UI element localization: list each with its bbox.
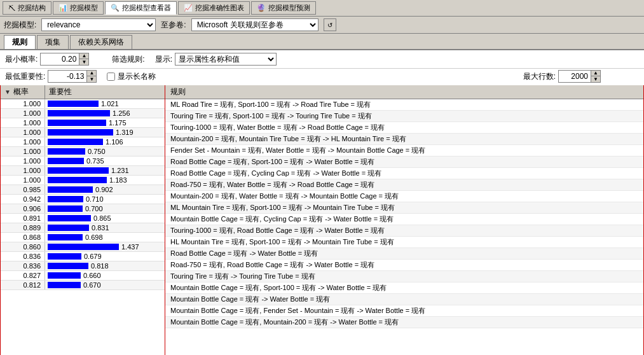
- left-panel: ▼ 概率 重要性 1.000 1.021 1.000 1.256 1.000 1…: [0, 85, 165, 355]
- table-row[interactable]: 1.000 1.256: [1, 109, 165, 118]
- min-prob-down[interactable]: ▼: [79, 59, 88, 65]
- table-row[interactable]: 1.000 1.231: [1, 166, 165, 176]
- table-row[interactable]: 1.000 0.735: [1, 157, 165, 166]
- table-row[interactable]: 0.942 0.710: [1, 195, 165, 204]
- table-row[interactable]: Road Bottle Cage = 现有, Sport-100 = 现有 ->…: [165, 157, 643, 168]
- imp-bar: [48, 225, 89, 231]
- min-import-down[interactable]: ▼: [87, 76, 96, 82]
- refresh-button[interactable]: ↺: [324, 18, 336, 31]
- toolbar-row: 挖掘模型: relevance 至参卷: Microsoft 关联规则至参卷 ↺: [0, 17, 644, 34]
- imp-val: 0.735: [86, 157, 104, 165]
- main-content: ▼ 概率 重要性 1.000 1.021 1.000 1.256 1.000 1…: [0, 85, 644, 355]
- table-row[interactable]: Road-750 = 现有, Road Bottle Cage = 现有 -> …: [165, 260, 643, 271]
- prob-cell: 1.000: [1, 109, 45, 118]
- table-row[interactable]: 1.000 1.175: [1, 118, 165, 128]
- sub-tab-network[interactable]: 依赖关系网络: [70, 35, 132, 49]
- tab-mining-model[interactable]: 📊 挖掘模型: [53, 1, 104, 15]
- table-row[interactable]: Mountain Bottle Cage = 现有, Fender Set - …: [165, 305, 643, 317]
- tab-accuracy-chart-label: 挖掘准确性图表: [195, 3, 244, 13]
- prediction-icon: 🔮: [257, 4, 266, 12]
- imp-val: 0.818: [91, 262, 109, 270]
- table-row[interactable]: Touring Tire = 现有 -> Touring Tire Tube =…: [165, 271, 643, 282]
- accuracy-chart-icon: 📈: [184, 4, 193, 12]
- imp-bar: [48, 186, 93, 193]
- sub-tabs-bar: 规则 项集 依赖关系网络: [0, 34, 644, 50]
- table-row[interactable]: 0.812 0.670: [1, 281, 165, 290]
- top-tabs-bar: ⛏ 挖掘结构 📊 挖掘模型 🔍 挖掘模型查看器 📈 挖掘准确性图表 🔮 挖掘模型…: [0, 0, 644, 17]
- display-select[interactable]: 显示属性名称和值 显示属性名称 显示值: [175, 53, 277, 66]
- table-row[interactable]: Mountain Bottle Cage = 现有 -> Water Bottl…: [165, 294, 643, 305]
- table-row[interactable]: 1.000 1.319: [1, 128, 165, 137]
- table-row[interactable]: Mountain Bottle Cage = 现有, Cycling Cap =…: [165, 214, 643, 225]
- table-row[interactable]: Road Bottle Cage = 现有, Cycling Cap = 现有 …: [165, 168, 643, 179]
- min-import-input[interactable]: [48, 71, 86, 81]
- table-row[interactable]: 0.860 1.437: [1, 242, 165, 252]
- min-import-up[interactable]: ▲: [87, 71, 96, 76]
- table-row[interactable]: Mountain-200 = 现有, Water Bottle = 现有 -> …: [165, 191, 643, 202]
- show-longname-label: 显示长名称: [118, 71, 156, 82]
- imp-cell: 0.660: [45, 271, 165, 280]
- col-imp-header[interactable]: 重要性: [45, 85, 165, 99]
- min-prob-input[interactable]: [41, 54, 79, 64]
- table-row[interactable]: 0.906 0.700: [1, 204, 165, 214]
- maxrow-down[interactable]: ▼: [591, 76, 600, 82]
- maxrow-spin-btns: ▲ ▼: [591, 71, 600, 82]
- table-row[interactable]: Touring-1000 = 现有, Road Bottle Cage = 现有…: [165, 225, 643, 237]
- min-import-spinbox: ▲ ▼: [48, 70, 97, 83]
- params-row-1: 最小概率: ▲ ▼ 筛选规则: 显示: 显示属性名称和值 显示属性名称 显示值: [0, 50, 644, 69]
- imp-cell: 1.319: [45, 128, 165, 137]
- imp-cell: 0.902: [45, 185, 165, 194]
- maxrow-input[interactable]: [559, 71, 591, 81]
- mining-model-select[interactable]: relevance: [41, 18, 156, 31]
- table-row[interactable]: 1.000 1.021: [1, 99, 165, 109]
- col-prob-header[interactable]: ▼ 概率: [1, 85, 45, 99]
- min-import-group: 最低重要性: ▲ ▼: [5, 70, 97, 83]
- table-row[interactable]: HL Mountain Tire = 现有, Sport-100 = 现有 ->…: [165, 237, 643, 248]
- maxrow-up[interactable]: ▲: [591, 71, 600, 76]
- table-row[interactable]: Mountain-200 = 现有, Mountain Tire Tube = …: [165, 134, 643, 145]
- mining-structure-icon: ⛏: [8, 4, 15, 12]
- min-prob-up[interactable]: ▲: [79, 53, 88, 59]
- imp-bar: [48, 120, 106, 126]
- imp-cell: 0.818: [45, 261, 165, 270]
- table-row[interactable]: Road Bottle Cage = 现有 -> Water Bottle = …: [165, 248, 643, 260]
- min-import-label: 最低重要性:: [5, 71, 45, 82]
- table-row[interactable]: 1.000 1.106: [1, 137, 165, 147]
- imp-cell: 1.106: [45, 137, 165, 146]
- table-row[interactable]: 0.985 0.902: [1, 185, 165, 195]
- table-row[interactable]: 0.891 0.865: [1, 214, 165, 223]
- table-row[interactable]: 1.000 0.750: [1, 147, 165, 157]
- table-row[interactable]: Mountain Bottle Cage = 现有, Sport-100 = 现…: [165, 282, 643, 294]
- sub-tab-rules[interactable]: 规则: [4, 35, 36, 49]
- table-row[interactable]: 0.868 0.698: [1, 233, 165, 242]
- imp-cell: 0.700: [45, 204, 165, 213]
- min-prob-label: 最小概率:: [5, 54, 38, 65]
- tab-mining-structure[interactable]: ⛏ 挖掘结构: [3, 1, 51, 15]
- show-longname-checkbox[interactable]: [107, 73, 115, 81]
- table-row[interactable]: Road-750 = 现有, Water Bottle = 现有 -> Road…: [165, 179, 643, 191]
- imp-bar: [48, 272, 81, 279]
- table-row[interactable]: Mountain Bottle Cage = 现有, Mountain-200 …: [165, 317, 643, 328]
- table-row[interactable]: ML Road Tire = 现有, Sport-100 = 现有 -> Roa…: [165, 99, 643, 111]
- tab-mining-viewer[interactable]: 🔍 挖掘模型查看器: [105, 1, 177, 15]
- sub-tab-itemsets[interactable]: 项集: [37, 35, 69, 49]
- scorer-select[interactable]: Microsoft 关联规则至参卷: [191, 18, 319, 31]
- table-row[interactable]: 1.000 1.183: [1, 176, 165, 185]
- tab-accuracy-chart[interactable]: 📈 挖掘准确性图表: [178, 1, 250, 15]
- table-row[interactable]: 0.836 0.818: [1, 261, 165, 271]
- table-row[interactable]: Fender Set - Mountain = 现有, Water Bottle…: [165, 145, 643, 157]
- table-row[interactable]: 0.827 0.660: [1, 271, 165, 281]
- table-row[interactable]: ML Mountain Tire = 现有, Sport-100 = 现有 ->…: [165, 202, 643, 214]
- imp-val: 1.175: [109, 119, 127, 127]
- table-row[interactable]: Touring-1000 = 现有, Water Bottle = 现有 -> …: [165, 122, 643, 134]
- imp-bar: [48, 215, 91, 221]
- tab-prediction[interactable]: 🔮 挖掘模型预测: [251, 1, 316, 15]
- min-prob-group: 最小概率: ▲ ▼: [5, 53, 89, 66]
- table-row[interactable]: 0.889 0.831: [1, 223, 165, 233]
- table-row[interactable]: Touring Tire = 现有, Sport-100 = 现有 -> Tou…: [165, 111, 643, 122]
- table-row[interactable]: 0.836 0.679: [1, 252, 165, 261]
- imp-cell: 1.256: [45, 109, 165, 118]
- prob-cell: 0.836: [1, 261, 45, 270]
- imp-cell: 0.698: [45, 233, 165, 242]
- imp-bar: [48, 234, 83, 240]
